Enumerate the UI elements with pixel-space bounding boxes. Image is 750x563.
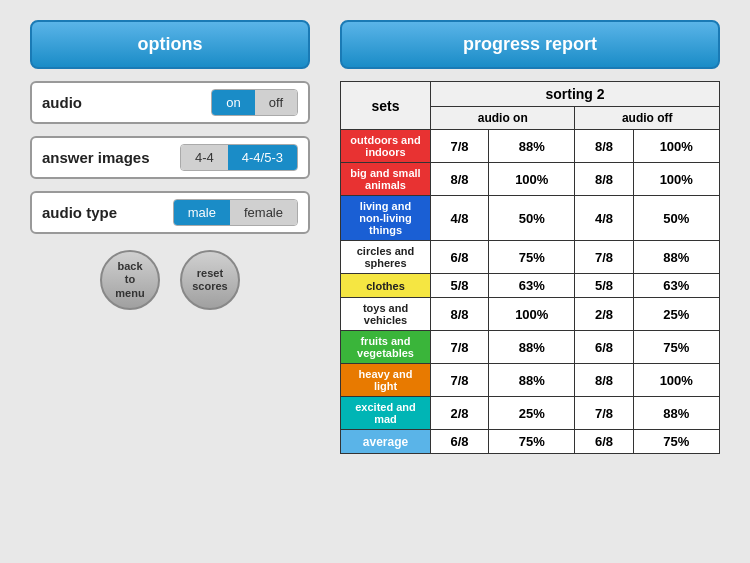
aoff-score: 7/8: [575, 241, 633, 274]
answer-images-option-row: answer images 4-4 4-4/5-3: [30, 136, 310, 179]
ao-pct: 88%: [489, 364, 575, 397]
set-label: circles and spheres: [341, 241, 431, 274]
aoff-score: 6/8: [575, 430, 633, 454]
set-label: excited and mad: [341, 397, 431, 430]
ao-pct: 50%: [489, 196, 575, 241]
aoff-score: 4/8: [575, 196, 633, 241]
audio-type-female-button[interactable]: female: [230, 200, 297, 225]
audio-label: audio: [42, 94, 203, 111]
aoff-pct: 100%: [633, 130, 719, 163]
sets-header: sets: [341, 82, 431, 130]
ao-pct: 25%: [489, 397, 575, 430]
set-label: living and non-living things: [341, 196, 431, 241]
audio-option-row: audio on off: [30, 81, 310, 124]
audio-off-subheader: audio off: [575, 107, 720, 130]
table-row: big and small animals8/8100%8/8100%: [341, 163, 720, 196]
aoff-pct: 50%: [633, 196, 719, 241]
table-row: circles and spheres6/875%7/888%: [341, 241, 720, 274]
ao-score: 8/8: [431, 298, 489, 331]
ao-score: 6/8: [431, 241, 489, 274]
table-row: outdoors and indoors7/888%8/8100%: [341, 130, 720, 163]
reset-scores-button[interactable]: resetscores: [180, 250, 240, 310]
answer-images-option1-button[interactable]: 4-4: [181, 145, 228, 170]
ao-pct: 75%: [489, 430, 575, 454]
set-label: clothes: [341, 274, 431, 298]
aoff-score: 7/8: [575, 397, 633, 430]
ao-pct: 88%: [489, 130, 575, 163]
audio-on-subheader: audio on: [431, 107, 575, 130]
ao-score: 7/8: [431, 364, 489, 397]
ao-score: 4/8: [431, 196, 489, 241]
audio-type-option-row: audio type male female: [30, 191, 310, 234]
audio-toggle[interactable]: on off: [211, 89, 298, 116]
aoff-score: 2/8: [575, 298, 633, 331]
aoff-pct: 75%: [633, 331, 719, 364]
ao-pct: 100%: [489, 298, 575, 331]
audio-on-button[interactable]: on: [212, 90, 254, 115]
table-row: toys and vehicles8/8100%2/825%: [341, 298, 720, 331]
audio-type-toggle[interactable]: male female: [173, 199, 298, 226]
aoff-pct: 100%: [633, 163, 719, 196]
aoff-score: 5/8: [575, 274, 633, 298]
answer-images-toggle[interactable]: 4-4 4-4/5-3: [180, 144, 298, 171]
progress-report-header: progress report: [340, 20, 720, 69]
options-header: options: [30, 20, 310, 69]
ao-pct: 88%: [489, 331, 575, 364]
answer-images-label: answer images: [42, 149, 172, 166]
aoff-pct: 63%: [633, 274, 719, 298]
aoff-pct: 100%: [633, 364, 719, 397]
bottom-buttons: backtomenu resetscores: [30, 250, 310, 310]
ao-score: 7/8: [431, 130, 489, 163]
ao-pct: 75%: [489, 241, 575, 274]
aoff-score: 8/8: [575, 163, 633, 196]
aoff-pct: 88%: [633, 241, 719, 274]
aoff-score: 6/8: [575, 331, 633, 364]
table-row: excited and mad2/825%7/888%: [341, 397, 720, 430]
table-row: clothes5/863%5/863%: [341, 274, 720, 298]
set-label: outdoors and indoors: [341, 130, 431, 163]
aoff-pct: 75%: [633, 430, 719, 454]
answer-images-option2-button[interactable]: 4-4/5-3: [228, 145, 297, 170]
aoff-score: 8/8: [575, 130, 633, 163]
table-row: heavy and light7/888%8/8100%: [341, 364, 720, 397]
set-label: heavy and light: [341, 364, 431, 397]
table-row: fruits and vegetables7/888%6/875%: [341, 331, 720, 364]
audio-off-button[interactable]: off: [255, 90, 297, 115]
set-label: big and small animals: [341, 163, 431, 196]
ao-pct: 63%: [489, 274, 575, 298]
table-row: living and non-living things4/850%4/850%: [341, 196, 720, 241]
table-row: average6/875%6/875%: [341, 430, 720, 454]
set-label: average: [341, 430, 431, 454]
aoff-pct: 25%: [633, 298, 719, 331]
audio-type-male-button[interactable]: male: [174, 200, 230, 225]
set-label: fruits and vegetables: [341, 331, 431, 364]
ao-score: 8/8: [431, 163, 489, 196]
ao-score: 6/8: [431, 430, 489, 454]
options-panel: options audio on off answer images 4-4 4…: [30, 20, 310, 454]
ao-score: 7/8: [431, 331, 489, 364]
ao-score: 2/8: [431, 397, 489, 430]
ao-pct: 100%: [489, 163, 575, 196]
sorting2-header: sorting 2: [431, 82, 720, 107]
progress-table: sets sorting 2 audio on audio off outdoo…: [340, 81, 720, 454]
aoff-pct: 88%: [633, 397, 719, 430]
audio-type-label: audio type: [42, 204, 165, 221]
progress-report-panel: progress report sets sorting 2 audio on …: [340, 20, 720, 454]
aoff-score: 8/8: [575, 364, 633, 397]
back-to-menu-button[interactable]: backtomenu: [100, 250, 160, 310]
set-label: toys and vehicles: [341, 298, 431, 331]
ao-score: 5/8: [431, 274, 489, 298]
